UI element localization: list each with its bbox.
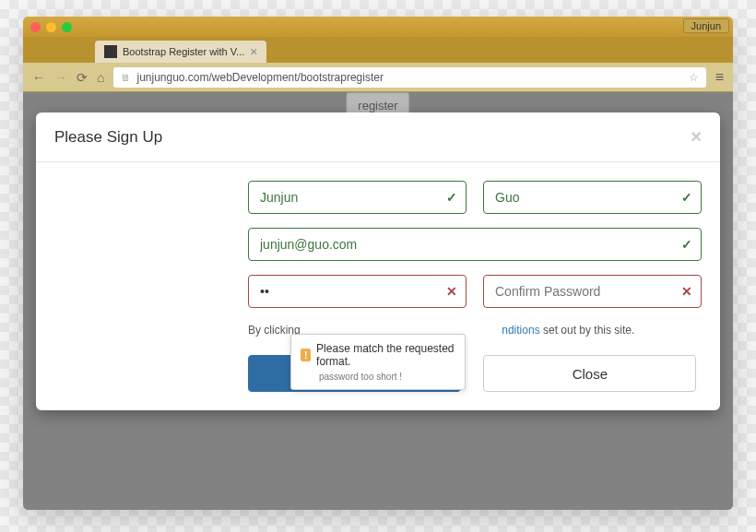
window-minimize-button[interactable] [46, 22, 56, 32]
check-icon: ✓ [681, 237, 692, 252]
bookmark-star-icon[interactable]: ☆ [689, 71, 699, 84]
browser-toolbar: ← → ⟳ ⌂ 🗎 junjunguo.com/webDevelopment/b… [23, 63, 733, 92]
favicon [104, 45, 117, 58]
address-bar[interactable]: 🗎 junjunguo.com/webDevelopment/bootstrap… [113, 67, 705, 88]
window-maximize-button[interactable] [62, 22, 72, 32]
home-icon[interactable]: ⌂ [97, 70, 104, 85]
close-icon[interactable]: × [691, 126, 702, 148]
x-icon: ✕ [446, 284, 457, 299]
modal-header: Please Sign Up × [36, 112, 720, 162]
warning-icon: ! [301, 349, 311, 361]
page-icon: 🗎 [121, 72, 131, 83]
page-content: register Please Sign Up × ✓ ✓ [23, 92, 733, 510]
check-icon: ✓ [446, 190, 457, 205]
lastname-input[interactable] [483, 181, 702, 214]
browser-window: Junjun Bootstrap Register with V... × ← … [23, 17, 733, 510]
signup-modal: Please Sign Up × ✓ ✓ [36, 112, 720, 410]
check-icon: ✓ [681, 190, 692, 205]
forward-icon[interactable]: → [54, 70, 67, 85]
tab-title: Bootstrap Register with V... [123, 46, 244, 57]
browser-tab[interactable]: Bootstrap Register with V... × [95, 41, 266, 63]
tooltip-detail: password too short ! [301, 372, 455, 382]
x-icon: ✕ [681, 284, 692, 299]
hamburger-menu-icon[interactable]: ≡ [715, 69, 724, 86]
tab-close-icon[interactable]: × [250, 44, 257, 59]
email-input[interactable] [248, 228, 702, 261]
window-close-button[interactable] [30, 22, 41, 32]
back-icon[interactable]: ← [32, 70, 45, 85]
tab-strip: Bootstrap Register with V... × [23, 37, 733, 63]
firstname-input[interactable] [248, 181, 467, 214]
password-input[interactable] [248, 275, 467, 308]
url-text: junjunguo.com/webDevelopment/bootstrapre… [136, 71, 384, 84]
terms-link[interactable]: nditions [502, 324, 539, 337]
reload-icon[interactable]: ⟳ [77, 70, 88, 85]
validation-tooltip: ! Please match the requested format. pas… [290, 334, 466, 390]
profile-badge[interactable]: Junjun [683, 18, 729, 33]
close-button[interactable]: Close [483, 355, 696, 392]
window-titlebar: Junjun [23, 17, 733, 37]
tooltip-message: Please match the requested format. [316, 342, 455, 368]
confirm-password-input[interactable] [483, 275, 702, 308]
modal-body: ✓ ✓ ✓ ✕ [36, 162, 720, 410]
modal-title: Please Sign Up [54, 128, 162, 147]
